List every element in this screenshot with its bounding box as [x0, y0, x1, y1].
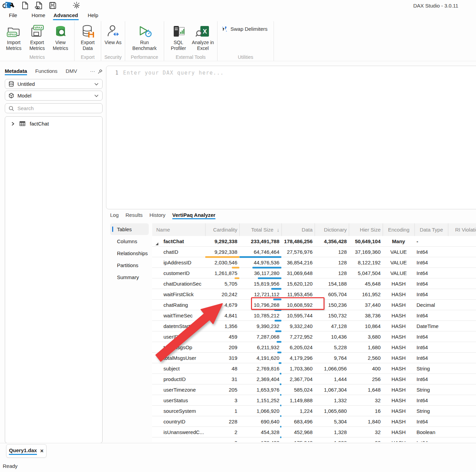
chevron-right-icon[interactable] [11, 121, 15, 126]
column-name-value: chatDurationSec [152, 281, 205, 287]
encoding-value: HASH [383, 302, 414, 308]
vertipaq-nav-partitions[interactable]: Partitions [110, 259, 149, 271]
table-row-customerid[interactable]: customerID1,261,87536,117,28031,069,6481… [152, 268, 476, 278]
column-header-hier-size[interactable]: Hier Size [349, 223, 383, 236]
menu-file[interactable]: File [8, 11, 18, 20]
tab-vertipaq-analyzer[interactable]: VertiPaq Analyzer [172, 212, 215, 219]
swap-delimiters-button[interactable]: Swap Delimiters [220, 25, 269, 32]
column-header-cardinality[interactable]: Cardinality [205, 223, 239, 236]
vertipaq-nav-summary[interactable]: Summary [110, 271, 149, 283]
total-size-value: 9,390,232 [239, 323, 281, 329]
tree-item-factchat[interactable]: factChat [5, 117, 102, 127]
new-file-icon[interactable] [21, 1, 29, 10]
table-row-chatrating[interactable]: chatRating4,67910,796,26810,608,592150,2… [152, 300, 476, 310]
encoding-value: HASH [383, 291, 414, 297]
table-row-totalmsgsop[interactable]: totalMsgsOp2096,211,9326,205,0245,2281,6… [152, 342, 476, 353]
connection-dropdown[interactable]: Untitled [5, 79, 103, 89]
tab-dmv[interactable]: DMV [66, 68, 77, 75]
table-row-countryid[interactable]: countryID228690,640683,4965,3041,840HASH… [152, 416, 476, 427]
total-size-value: 690,640 [239, 419, 281, 424]
more-options-icon[interactable]: ⋯ [90, 68, 95, 75]
svg-text:VPAX: VPAX [8, 33, 16, 36]
table-row-datetmstartutc[interactable]: datetmStartUTC1,3569,390,2329,332,24047,… [152, 321, 476, 331]
table-row-subject[interactable]: subject482,769,8161,703,3601,066,056400H… [152, 363, 476, 374]
document-tab-query1[interactable]: Query1.dax ✕ [6, 444, 47, 458]
sidebar-tabs: Metadata Functions DMV ⋯ [5, 67, 103, 76]
view-as-icon [106, 24, 120, 40]
view-metrics-button[interactable]: View Metrics [49, 23, 72, 51]
export-data-icon [81, 24, 95, 40]
table-row-clipped[interactable]: 3176,488175,0481,32832HASHInt64 [152, 437, 476, 442]
column-header-ri-violation[interactable]: RI Violation [448, 223, 476, 236]
table-row-isunansweredc[interactable]: isUnansweredC...2454,328452,9681,32832HA… [152, 427, 476, 437]
column-header-name[interactable]: Name [152, 223, 205, 236]
total-size-bar [273, 299, 281, 300]
search-input[interactable] [17, 105, 89, 111]
total-size-value: 1,653,976 [239, 387, 281, 393]
column-name-value: productID [152, 376, 205, 382]
table-row-userid[interactable]: userID4597,287,0687,272,95210,4363,680HA… [152, 331, 476, 342]
import-metrics-button[interactable]: VPAX Import Metrics [2, 23, 25, 51]
data-type-value: Int64 [414, 260, 448, 265]
analyze-in-excel-button[interactable]: X Analyze in Excel [191, 23, 215, 51]
column-name-value: chatRating [152, 302, 205, 308]
export-metrics-button[interactable]: VPAX Export Metrics [25, 23, 49, 51]
column-header-dictionary[interactable]: Dictionary [315, 223, 349, 236]
column-name-value: userTimezone [152, 387, 205, 393]
table-row-waitfirstclick[interactable]: waitFirstClick20,24212,721,11211,953,456… [152, 289, 476, 300]
tab-history[interactable]: History [149, 212, 166, 219]
menu-home[interactable]: Home [31, 11, 46, 20]
encoding-value: HASH [383, 344, 414, 350]
open-file-icon[interactable] [35, 1, 43, 10]
theme-toggle-icon[interactable] [72, 1, 81, 10]
metadata-search[interactable] [5, 103, 103, 113]
cardinality-value: 3 [205, 397, 239, 403]
data-type-value: Boolean [414, 429, 448, 435]
tab-results[interactable]: Results [125, 212, 143, 219]
menu-advanced[interactable]: Advanced [53, 11, 79, 20]
table-name: factChat [163, 238, 184, 244]
dictionary-value: 5,304 [315, 419, 349, 424]
table-row-waittimesec[interactable]: waitTimeSec4,84110,785,21210,595,744150,… [152, 310, 476, 321]
column-header-encoding[interactable]: Encoding [383, 223, 414, 236]
expander-icon[interactable] [156, 242, 158, 245]
vertipaq-nav-tables[interactable]: Tables [110, 223, 149, 235]
table-row-totalmsgsuser[interactable]: totalMsgsUser3194,191,6204,179,2969,7642… [152, 353, 476, 363]
data-type-value: Int64 [414, 249, 448, 255]
save-icon[interactable] [49, 2, 56, 10]
pin-icon[interactable] [98, 69, 103, 74]
table-row-productid[interactable]: productID312,369,4042,367,7041,444256HAS… [152, 374, 476, 384]
tab-log[interactable]: Log [110, 212, 119, 219]
total-size-bar [280, 415, 281, 417]
close-icon[interactable]: ✕ [40, 448, 44, 454]
menu-help[interactable]: Help [87, 11, 99, 20]
view-as-button[interactable]: View As [103, 23, 123, 45]
encoding-value: HASH [383, 355, 414, 361]
tab-functions[interactable]: Functions [35, 68, 57, 75]
model-dropdown[interactable]: Model [5, 91, 103, 101]
export-data-button[interactable]: Export Data [77, 23, 99, 51]
dictionary-value: 154,188 [315, 281, 349, 287]
table-row-chatid[interactable]: chatID9,292,33864,746,46427,576,97612837… [152, 247, 476, 257]
table-row-userstatus[interactable]: userStatus31,151,2521,149,8881,33232HASH… [152, 395, 476, 406]
table-row-sourcesystem[interactable]: sourceSystem11,066,9201,2241,065,68016HA… [152, 406, 476, 416]
dax-query-editor[interactable]: 1 Enter your DAX query here... [106, 66, 476, 209]
dictionary-value: 1,328 [315, 440, 349, 442]
total-size-bar [271, 288, 281, 290]
column-header-total-size[interactable]: Total Size ↓ [239, 223, 281, 236]
tab-metadata[interactable]: Metadata [5, 68, 27, 75]
vertipaq-table-body: chatID9,292,33864,746,46427,576,97612837… [152, 247, 476, 442]
column-header-data[interactable]: Data [281, 223, 315, 236]
column-header-data-type[interactable]: Data Type [414, 223, 448, 236]
table-row-usertimezone[interactable]: userTimezone2051,653,976585,0241,067,304… [152, 384, 476, 395]
vertipaq-nav-relationships[interactable]: Relationships [110, 247, 149, 259]
analyze-in-excel-icon: X [196, 24, 210, 40]
run-benchmark-button[interactable]: Run Benchmark [128, 23, 161, 51]
vertipaq-nav-columns[interactable]: Columns [110, 235, 149, 247]
sql-profiler-button[interactable]: SQL Profiler [166, 23, 191, 51]
cardinality-value: 5,705 [205, 281, 239, 287]
table-row-ipaddressid[interactable]: ipAddressID2,030,54644,976,53636,854,216… [152, 257, 476, 268]
table-row-chatdurationsec[interactable]: chatDurationSec5,70515,819,95615,620,120… [152, 278, 476, 289]
total-size-bar [280, 426, 281, 428]
table-row-factchat-total[interactable]: factChat 9,292,338 233,491,788 178,486,2… [152, 236, 476, 247]
